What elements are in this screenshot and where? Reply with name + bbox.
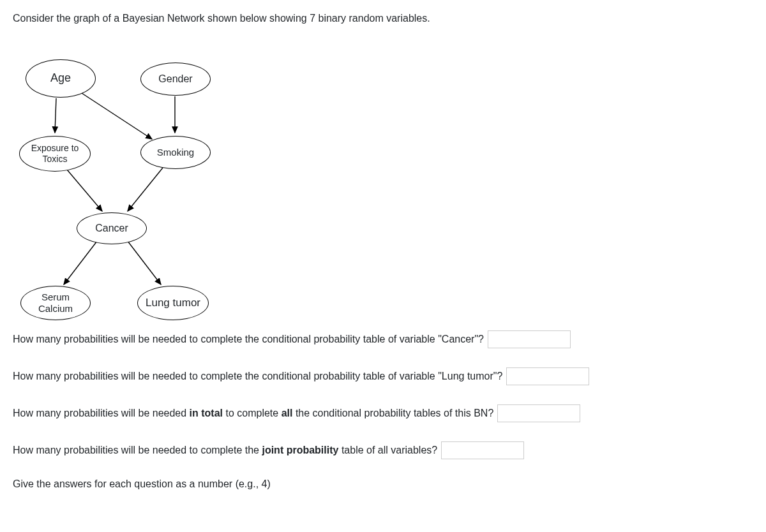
svg-line-7 xyxy=(128,241,161,284)
svg-line-5 xyxy=(128,168,163,211)
node-smoking: Smoking xyxy=(140,136,211,169)
q3-part-pre: How many probabilities will be needed xyxy=(13,408,190,418)
answer-format-note: Give the answers for each question as a … xyxy=(13,478,753,490)
question-1: How many probabilities will be needed to… xyxy=(13,330,753,348)
q3-part-post: the conditional probability tables of th… xyxy=(292,408,493,418)
q3-part-bold1: in total xyxy=(190,408,223,418)
node-age: Age xyxy=(26,59,96,98)
node-gender: Gender xyxy=(140,63,211,96)
answer-1-input[interactable] xyxy=(488,330,571,348)
q4-part-post: table of all variables? xyxy=(338,445,437,455)
question-3-text: How many probabilities will be needed in… xyxy=(13,408,493,419)
question-1-text: How many probabilities will be needed to… xyxy=(13,334,484,345)
bayesian-network-diagram: Age Gender Exposure to Toxics Smoking Ca… xyxy=(13,37,243,311)
svg-line-4 xyxy=(67,170,102,211)
answer-3-input[interactable] xyxy=(497,404,580,422)
answer-2-input[interactable] xyxy=(506,367,589,385)
node-serum: Serum Calcium xyxy=(20,286,91,320)
problem-prompt: Consider the graph of a Bayesian Network… xyxy=(13,13,753,24)
node-cancer: Cancer xyxy=(77,212,147,244)
svg-line-1 xyxy=(55,98,56,133)
question-4-text: How many probabilities will be needed to… xyxy=(13,445,437,456)
question-3: How many probabilities will be needed in… xyxy=(13,404,753,422)
answer-4-input[interactable] xyxy=(441,441,524,459)
node-lung: Lung tumor xyxy=(137,286,209,320)
q3-part-mid: to complete xyxy=(223,408,282,418)
question-2: How many probabilities will be needed to… xyxy=(13,367,753,385)
q4-part-bold: joint probability xyxy=(262,445,338,455)
question-4: How many probabilities will be needed to… xyxy=(13,441,753,459)
q3-part-bold2: all xyxy=(282,408,293,418)
svg-line-6 xyxy=(64,241,97,284)
node-exposure: Exposure to Toxics xyxy=(19,136,91,172)
q4-part-pre: How many probabilities will be needed to… xyxy=(13,445,262,455)
question-2-text: How many probabilities will be needed to… xyxy=(13,371,502,382)
svg-line-2 xyxy=(82,93,152,139)
